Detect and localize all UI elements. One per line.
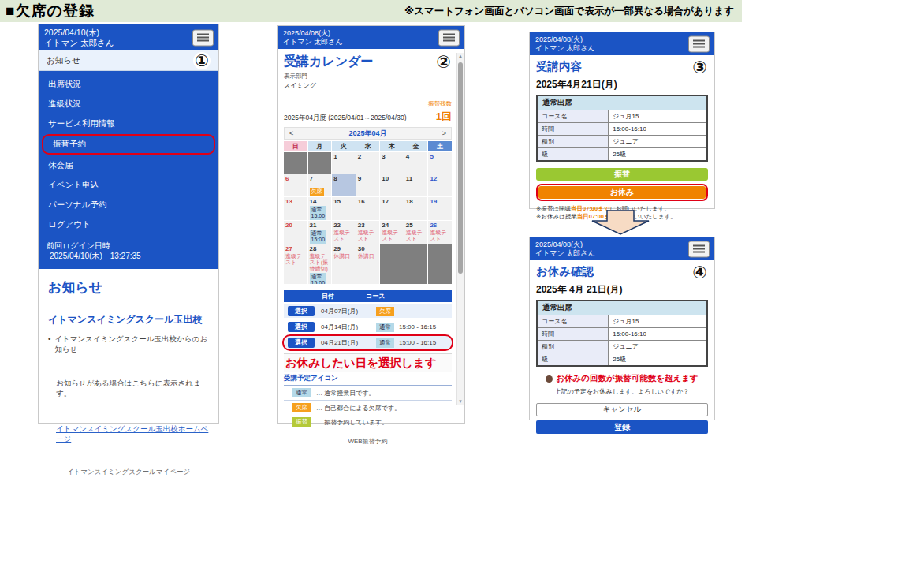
- table-row: 時間15:00-16:10: [537, 123, 707, 136]
- day-number: 18: [406, 198, 427, 205]
- calendar-day-22[interactable]: 22進級テスト: [332, 221, 356, 244]
- current-month-label: 2025年04月: [348, 129, 386, 139]
- row-value: 25級: [609, 148, 707, 162]
- legend-desc: … 通常授業日です。: [316, 389, 375, 397]
- calendar-day-10[interactable]: 10: [380, 174, 404, 196]
- calendar-day-4[interactable]: 4: [404, 152, 428, 174]
- calendar-day-17[interactable]: 17: [380, 197, 404, 220]
- app-header: 2025/04/10(木) イトマン 太郎さん: [39, 24, 218, 50]
- day-number: 4: [406, 153, 427, 160]
- select-button[interactable]: 選択: [288, 306, 315, 316]
- header-date: 2025/04/08(火): [535, 241, 710, 249]
- day-note: 進級テスト: [285, 253, 306, 266]
- day-number: 24: [382, 222, 402, 229]
- weekday-木: 木: [380, 141, 404, 151]
- remaining-value: 1回: [436, 110, 452, 122]
- sidebar-item-振替予約[interactable]: 振替予約: [43, 136, 214, 153]
- menu-item-news[interactable]: お知らせ ①: [39, 50, 218, 71]
- hamburger-menu-icon[interactable]: [192, 29, 214, 46]
- calendar-day-3[interactable]: 3: [380, 152, 404, 174]
- calendar-day-16[interactable]: 16: [356, 197, 380, 220]
- calendar-day-18[interactable]: 18: [404, 197, 428, 220]
- calendar-day-28[interactable]: 28進級テスト(振替締切)通常 15:00: [308, 244, 332, 284]
- weekday-月: 月: [308, 141, 332, 151]
- calendar-day-26[interactable]: 26進級テスト: [428, 221, 452, 244]
- calendar-day-21[interactable]: 21通常 15:00: [308, 221, 332, 244]
- sidebar-item-休会届[interactable]: 休会届: [39, 155, 218, 175]
- hamburger-menu-icon[interactable]: [688, 241, 710, 257]
- absence-button[interactable]: お休み: [538, 186, 706, 199]
- calendar-day-13[interactable]: 13: [284, 197, 307, 220]
- table-header-row: 通常出席: [537, 300, 707, 315]
- step-badge-4: ④: [691, 264, 708, 281]
- over-limit-warning: お休みの回数が振替可能数を超えます: [536, 373, 708, 384]
- calendar-grid: 1234567欠席891011121314通常 15:0015161718192…: [284, 152, 452, 284]
- day-badge-normal: 通常 15:00: [310, 230, 327, 244]
- next-month-button[interactable]: >: [442, 129, 446, 137]
- scrollbar-thumb[interactable]: [458, 62, 463, 274]
- dept-label: 表示部門: [284, 73, 374, 80]
- row-label: 級: [537, 148, 609, 162]
- sidebar-item-イベント申込[interactable]: イベント申込: [39, 175, 218, 195]
- hamburger-menu-icon[interactable]: [688, 35, 710, 52]
- calendar-day-30[interactable]: 30休講日: [356, 244, 380, 284]
- calendar-day-23[interactable]: 23進級テスト: [356, 221, 380, 244]
- calendar-day-6[interactable]: 6: [284, 174, 307, 196]
- select-button[interactable]: 選択: [288, 338, 315, 348]
- calendar-title: 受講カレンダー: [284, 54, 374, 70]
- register-button[interactable]: 登録: [536, 420, 708, 434]
- remaining-label: 振替残数: [428, 100, 452, 107]
- app-footer: イトマンスイミングスクールマイページ: [48, 461, 209, 482]
- course-badge-absent: 欠席: [376, 307, 394, 316]
- calendar-day-19[interactable]: 19: [428, 197, 452, 220]
- course-date: 04月21日(月): [321, 338, 376, 347]
- calendar-day-11[interactable]: 11: [404, 174, 428, 196]
- lesson-info-table: 通常出席コース名ジュ月15時間15:00-16:10種別ジュニア級25級: [536, 300, 708, 367]
- cancel-button[interactable]: キャンセル: [536, 403, 708, 416]
- warning-dot-icon: [546, 375, 553, 383]
- sidebar-item-サービス利用情報[interactable]: サービス利用情報: [39, 114, 218, 133]
- transfer-button[interactable]: 振替: [536, 168, 708, 181]
- calendar-day-27[interactable]: 27進級テスト: [284, 244, 307, 284]
- row-value: ジュニア: [609, 136, 707, 148]
- select-button[interactable]: 選択: [288, 322, 315, 332]
- course-row[interactable]: 選択04月07日(月)欠席: [284, 304, 452, 318]
- day-note: 進級テスト: [406, 230, 427, 242]
- calendar-day: [308, 152, 332, 174]
- calendar-day-2[interactable]: 2: [356, 152, 380, 174]
- calendar-day-14[interactable]: 14通常 15:00: [308, 197, 332, 220]
- app-header: 2025/04/08(火) イトマン 太郎さん: [278, 26, 464, 49]
- calendar-day-24[interactable]: 24進級テスト: [380, 221, 404, 244]
- calendar-day-29[interactable]: 29休講日: [332, 244, 356, 284]
- note-pre: ※振替は開講: [536, 205, 571, 212]
- day-note: 進級テスト: [358, 230, 378, 242]
- lesson-date: 2025年4月21日(月): [536, 78, 708, 91]
- calendar-day-1[interactable]: 1: [332, 152, 356, 174]
- sidebar-item-出席状況[interactable]: 出席状況: [39, 74, 218, 94]
- calendar-day-20[interactable]: 20: [284, 221, 307, 244]
- calendar-day-5[interactable]: 5: [428, 152, 452, 174]
- note-pre: ※お休みは授業: [536, 213, 577, 220]
- course-row[interactable]: 選択04月14日(月)通常15:00 - 16:15: [284, 320, 452, 334]
- scrollbar[interactable]: ▲ ▼: [456, 53, 464, 405]
- sidebar-item-ログアウト[interactable]: ログアウト: [39, 215, 218, 234]
- school-homepage-link[interactable]: イトマンスイミングスクール玉出校ホームページ: [56, 424, 209, 445]
- calendar-day-8[interactable]: 8: [332, 174, 356, 196]
- calendar-day-15[interactable]: 15: [332, 197, 356, 220]
- day-note: 進級テスト: [333, 230, 354, 242]
- scroll-down-icon[interactable]: ▼: [457, 398, 464, 405]
- prev-month-button[interactable]: <: [289, 129, 293, 137]
- sidebar-item-進級状況[interactable]: 進級状況: [39, 94, 218, 114]
- sidebar-item-パーソナル予約[interactable]: パーソナル予約: [39, 195, 218, 215]
- screenshot-calendar: 2025/04/08(火) イトマン 太郎さん 受講カレンダー 表示部門 スイミ…: [277, 25, 465, 424]
- calendar-day-9[interactable]: 9: [356, 174, 380, 196]
- absence-confirm-title: お休み確認: [536, 264, 594, 279]
- hamburger-menu-icon[interactable]: [438, 29, 460, 46]
- day-number: 30: [358, 245, 378, 252]
- course-row[interactable]: 選択04月21日(月)通常15:00 - 16:15: [284, 336, 452, 349]
- calendar-day-12[interactable]: 12: [428, 174, 452, 196]
- scroll-up-icon[interactable]: ▲: [457, 53, 464, 60]
- calendar-day-7[interactable]: 7欠席: [308, 174, 332, 196]
- calendar-day-25[interactable]: 25進級テスト: [404, 221, 428, 244]
- transfer-remaining: 振替残数 1回: [428, 95, 452, 123]
